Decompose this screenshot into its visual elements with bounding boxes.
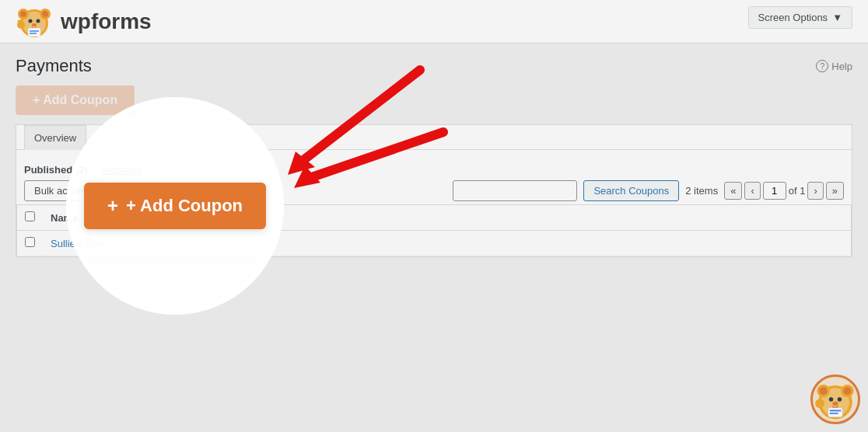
svg-rect-9	[28, 28, 40, 37]
bear-mascot	[810, 375, 860, 424]
row-name-cell: Sullie's Sale	[43, 231, 852, 256]
row-checkbox-cell	[17, 231, 44, 256]
filter-area: Published (2) | Archived Bulk actions Ap…	[24, 164, 158, 201]
main-content: Payments ? Help + Add Coupon Overview Pu…	[0, 44, 868, 270]
screen-options-label: Screen Options	[758, 12, 828, 23]
svg-point-23	[843, 387, 851, 395]
filter-archived[interactable]: Archived	[103, 164, 142, 176]
search-coupons-button[interactable]: Search Coupons	[583, 180, 679, 201]
svg-point-7	[37, 19, 40, 23]
svg-point-13	[18, 19, 22, 23]
question-circle-icon: ?	[816, 60, 828, 72]
tab-overview[interactable]: Overview	[24, 125, 86, 150]
select-all-cell	[17, 205, 44, 231]
svg-point-8	[32, 23, 37, 26]
filter-published[interactable]: Published (2)	[24, 164, 88, 176]
filter-links: Published (2) | Archived	[24, 164, 158, 176]
logo-area: wpforms	[16, 3, 152, 40]
row-checkbox[interactable]	[25, 237, 35, 247]
svg-point-22	[820, 387, 828, 395]
pagination: « ‹ of 1 › »	[724, 182, 844, 200]
prev-page-button[interactable]: ‹	[744, 182, 760, 200]
header: wpforms Screen Options ▼	[0, 0, 868, 44]
svg-point-26	[832, 402, 838, 406]
svg-point-19	[821, 388, 849, 416]
logo: wpforms	[61, 9, 152, 34]
name-column-header: Name	[43, 205, 852, 231]
last-page-button[interactable]: »	[826, 182, 844, 200]
bear-logo-icon	[16, 3, 53, 40]
add-coupon-button[interactable]: + Add Coupon	[16, 85, 135, 115]
help-label: Help	[831, 61, 852, 72]
chevron-down-icon: ▼	[832, 12, 842, 23]
coupon-name-link[interactable]: Sullie's Sale	[51, 238, 105, 249]
svg-point-21	[841, 385, 853, 397]
page-header: Payments ? Help	[16, 56, 852, 76]
published-label: Published	[24, 164, 72, 176]
bulk-actions-dropdown[interactable]: Bulk actions	[24, 180, 109, 201]
apply-button[interactable]: Apply	[115, 181, 158, 200]
left-controls: Bulk actions Apply	[24, 180, 158, 201]
items-count: 2 items	[685, 185, 718, 197]
coupons-table: Name Sullie's Sale	[16, 204, 852, 256]
page-of-label: of 1	[789, 185, 806, 197]
table-header-row: Name	[17, 205, 852, 231]
published-count: (2)	[75, 164, 88, 176]
svg-point-18	[818, 385, 852, 420]
top-controls-row: Published (2) | Archived Bulk actions Ap…	[16, 158, 852, 204]
next-page-button[interactable]: ›	[807, 182, 823, 200]
help-link[interactable]: ? Help	[816, 60, 852, 72]
right-controls: Search Coupons 2 items « ‹ of 1 › »	[453, 180, 844, 201]
screen-options-button[interactable]: Screen Options ▼	[748, 6, 852, 29]
svg-point-4	[20, 11, 26, 17]
content-panel: Overview Published (2) | Archived Bulk a…	[16, 124, 852, 257]
filter-separator: |	[94, 164, 96, 176]
page-number-input[interactable]	[763, 182, 786, 200]
add-coupon-label: + Add Coupon	[33, 93, 117, 107]
bear-mascot-icon	[813, 377, 858, 422]
table-row: Sullie's Sale	[17, 231, 852, 256]
svg-point-25	[838, 397, 842, 401]
svg-point-5	[42, 11, 48, 17]
tab-overview-label: Overview	[34, 132, 76, 144]
search-input[interactable]	[453, 180, 577, 201]
page-title: Payments	[16, 56, 92, 76]
svg-point-6	[29, 19, 33, 23]
svg-point-30	[815, 399, 824, 409]
svg-rect-27	[828, 408, 842, 417]
svg-point-24	[829, 397, 833, 401]
first-page-button[interactable]: «	[724, 182, 742, 200]
svg-point-20	[817, 385, 829, 397]
tabs-row: Overview	[16, 125, 852, 150]
select-all-checkbox[interactable]	[25, 211, 35, 221]
